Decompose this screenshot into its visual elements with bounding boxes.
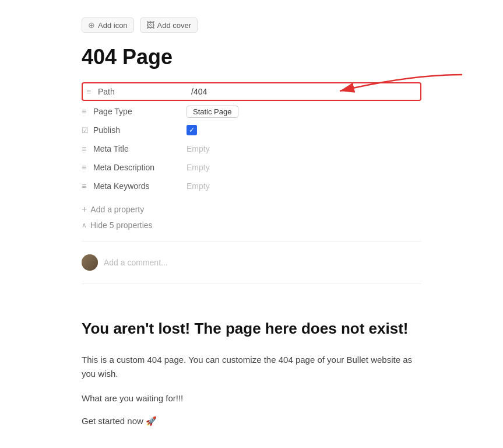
avatar (82, 254, 98, 271)
content-heading: You aren't lost! The page here does not … (82, 319, 421, 339)
property-row-publish[interactable]: ☑ Publish ✓ (82, 121, 421, 139)
comment-row: Add a comment... (82, 250, 421, 275)
add-icon-button[interactable]: ⊕ Add icon (82, 18, 134, 33)
publish-checkbox[interactable]: ✓ (187, 125, 197, 135)
content-para-1: This is a custom 404 page. You can custo… (82, 353, 421, 381)
property-row-meta-description[interactable]: Meta Description Empty (82, 158, 421, 177)
add-icon-icon: ⊕ (88, 20, 95, 30)
lines-icon-meta-title (82, 144, 93, 153)
property-row-meta-keywords[interactable]: Meta Keywords Empty (82, 177, 421, 195)
add-property-label: Add a property (90, 205, 144, 214)
prop-value-meta-keywords: Empty (187, 181, 210, 191)
lines-icon-meta-description (82, 163, 93, 172)
prop-value-publish: ✓ (187, 125, 197, 135)
content-section: You aren't lost! The page here does not … (82, 313, 421, 426)
prop-label-publish: Publish (93, 125, 187, 135)
prop-label-page-type: Page Type (93, 107, 187, 116)
hide-properties-row[interactable]: ∧ Hide 5 properties (82, 218, 421, 233)
prop-value-meta-description: Empty (187, 163, 210, 172)
chevron-up-icon: ∧ (82, 221, 87, 229)
property-row-path[interactable]: Path /404 (82, 82, 421, 101)
add-property-row[interactable]: + Add a property (82, 201, 421, 218)
prop-label-path: Path (98, 87, 191, 96)
lines-icon-path (86, 87, 98, 96)
plus-icon: + (82, 204, 87, 215)
content-para-2: What are you waiting for!!! (82, 391, 421, 405)
prop-value-page-type: Static Page (187, 106, 238, 118)
page-title: 404 Page (82, 44, 421, 69)
property-row-page-type[interactable]: Page Type Static Page (82, 102, 421, 121)
add-cover-label: Add cover (157, 21, 192, 30)
divider-2 (82, 284, 421, 284)
prop-label-meta-keywords: Meta Keywords (93, 181, 187, 191)
properties-table: Path /404 Page Type Static Page ☑ Publis… (82, 82, 421, 195)
lines-icon-page-type (82, 107, 93, 116)
prop-value-path: /404 (191, 87, 207, 96)
prop-label-meta-description: Meta Description (93, 163, 187, 172)
avatar-image (82, 254, 98, 271)
add-cover-button[interactable]: 🖼 Add cover (140, 18, 198, 33)
property-row-meta-title[interactable]: Meta Title Empty (82, 139, 421, 158)
divider-1 (82, 241, 421, 242)
page-container: ⊕ Add icon 🖼 Add cover 404 Page Path /40… (0, 0, 503, 448)
hide-properties-label: Hide 5 properties (90, 220, 153, 230)
static-page-badge: Static Page (187, 106, 238, 118)
top-toolbar: ⊕ Add icon 🖼 Add cover (82, 18, 421, 33)
prop-value-meta-title: Empty (187, 144, 210, 153)
prop-label-meta-title: Meta Title (93, 144, 187, 153)
add-icon-label: Add icon (98, 21, 128, 30)
lines-icon-meta-keywords (82, 181, 93, 191)
add-cover-icon: 🖼 (146, 20, 154, 30)
comment-placeholder[interactable]: Add a comment... (104, 258, 168, 267)
checkbox-icon-publish: ☑ (82, 126, 93, 135)
content-cta[interactable]: Get started now 🚀 (82, 416, 421, 426)
